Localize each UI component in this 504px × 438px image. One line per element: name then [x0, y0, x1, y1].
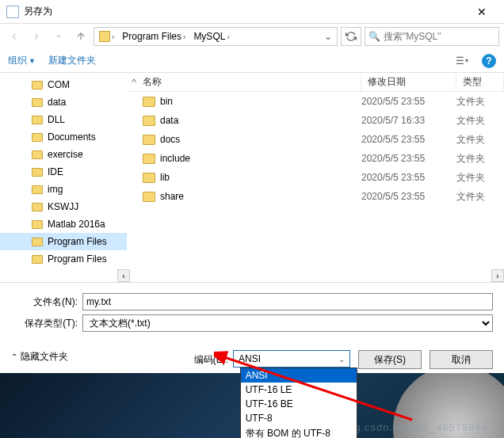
window-title: 另存为 [24, 5, 466, 18]
file-type: 文件夹 [456, 114, 504, 128]
view-options-button[interactable]: ☰▾ [455, 54, 469, 68]
file-name: data [160, 115, 178, 126]
file-type: 文件夹 [456, 152, 504, 166]
title-bar: 另存为 ✕ [0, 0, 504, 24]
sidebar-item[interactable]: data [0, 93, 127, 111]
up-button[interactable] [71, 27, 90, 46]
folder-icon [32, 168, 43, 177]
folder-icon [32, 133, 43, 142]
form-area: 文件名(N): 保存类型(T): 文本文档(*.txt) [0, 282, 504, 342]
folder-icon [32, 238, 43, 246]
new-folder-button[interactable]: 新建文件夹 [48, 54, 96, 67]
sidebar-item-label: KSWJJ [48, 201, 78, 212]
folder-icon [32, 203, 43, 211]
file-row[interactable]: bin2020/5/5 23:55文件夹 [127, 92, 504, 111]
scroll-left-button[interactable]: ‹ [117, 269, 130, 282]
file-name: bin [160, 96, 173, 107]
file-date: 2020/5/5 23:55 [361, 172, 456, 183]
sidebar-item[interactable]: DLL [0, 111, 127, 128]
file-date: 2020/5/5 23:55 [361, 134, 456, 145]
path-root[interactable]: › [96, 28, 117, 45]
folder-icon [32, 255, 43, 264]
file-type: 文件夹 [456, 171, 504, 185]
folder-icon [32, 81, 43, 90]
sidebar-item[interactable]: KSWJJ [0, 198, 127, 215]
file-row[interactable]: include2020/5/5 23:55文件夹 [127, 149, 504, 168]
folder-icon [32, 116, 43, 124]
forward-button[interactable] [27, 27, 46, 46]
file-row[interactable]: data2020/5/7 16:33文件夹 [127, 111, 504, 130]
sidebar-item-label: IDE [48, 166, 63, 177]
close-button[interactable]: ✕ [466, 6, 498, 18]
cancel-button[interactable]: 取消 [430, 350, 493, 369]
scroll-right-button[interactable]: › [491, 269, 504, 282]
sidebar-item-label: Program Files [48, 236, 107, 247]
chevron-down-icon: ▼ [29, 57, 36, 65]
help-button[interactable]: ? [482, 54, 496, 68]
folder-icon [32, 98, 43, 107]
sidebar-item[interactable]: img [0, 181, 127, 198]
file-date: 2020/5/7 16:33 [361, 115, 456, 126]
path-segment[interactable]: Program Files› [119, 28, 189, 45]
sidebar-item-label: COM [48, 79, 70, 90]
folder-icon [143, 116, 155, 126]
sidebar-item[interactable]: Matlab 2016a [0, 215, 127, 233]
folder-icon [32, 185, 43, 194]
folder-icon [32, 150, 43, 159]
filename-label: 文件名(N): [11, 295, 82, 309]
disk-icon [99, 31, 110, 42]
hide-folders-toggle[interactable]: ⌃ 隐藏文件夹 [11, 350, 68, 364]
search-icon: 🔍 [368, 31, 380, 42]
folder-icon [32, 220, 43, 229]
path-dropdown[interactable]: ⌄ [321, 31, 335, 42]
file-name: share [160, 191, 184, 202]
sidebar-item[interactable]: Program Files [0, 233, 127, 250]
back-button[interactable] [5, 27, 24, 46]
body-area: COMdataDLLDocumentsexerciseIDEimgKSWJJMa… [0, 73, 504, 282]
sidebar-item[interactable]: COM [0, 76, 127, 93]
path-bar[interactable]: › Program Files› MySQL› ⌄ [94, 27, 338, 46]
sidebar-item-label: data [48, 97, 66, 108]
sidebar-item[interactable]: IDE [0, 163, 127, 181]
chevron-right-icon: › [183, 32, 185, 41]
toolbar: 组织▼ 新建文件夹 ☰▾ ? [0, 49, 504, 73]
path-label: Program Files [122, 31, 181, 42]
file-row[interactable]: lib2020/5/5 23:55文件夹 [127, 168, 504, 187]
sidebar-item[interactable]: exercise [0, 146, 127, 163]
file-type: 文件夹 [456, 190, 504, 204]
red-arrow-annotation [214, 348, 420, 428]
file-row[interactable]: docs2020/5/5 23:55文件夹 [127, 130, 504, 149]
recent-dropdown[interactable] [49, 27, 68, 46]
document-icon [6, 6, 19, 18]
column-type[interactable]: 类型 [456, 73, 504, 91]
column-name[interactable]: 名称 [127, 73, 361, 91]
column-date[interactable]: 修改日期 [361, 73, 456, 91]
search-input[interactable]: 🔍 搜索"MySQL" [365, 27, 499, 46]
sidebar-item-label: exercise [48, 149, 83, 160]
chevron-up-icon: ⌃ [11, 352, 17, 361]
path-segment[interactable]: MySQL› [190, 28, 232, 45]
column-header: 名称 修改日期 类型 [127, 73, 504, 92]
refresh-button[interactable] [341, 27, 361, 46]
organize-menu[interactable]: 组织▼ [8, 54, 36, 67]
file-type: 文件夹 [456, 95, 504, 109]
folder-icon [143, 192, 155, 202]
folder-icon [143, 154, 155, 164]
svg-line-0 [222, 356, 412, 420]
sidebar-item[interactable]: Documents [0, 128, 127, 146]
nav-row: › Program Files› MySQL› ⌄ 🔍 搜索"MySQL" [0, 24, 504, 49]
filetype-select[interactable]: 文本文档(*.txt) [82, 314, 493, 332]
folder-icon [143, 97, 155, 107]
sidebar-item-label: Matlab 2016a [48, 219, 105, 230]
chevron-right-icon: › [112, 32, 114, 41]
filename-input[interactable] [82, 293, 493, 310]
file-name: docs [160, 134, 180, 145]
column-scroll-left[interactable]: ^ [127, 73, 141, 92]
file-type: 文件夹 [456, 133, 504, 147]
sidebar-item[interactable]: Program Files [0, 250, 127, 268]
sidebar: COMdataDLLDocumentsexerciseIDEimgKSWJJMa… [0, 73, 127, 282]
chevron-right-icon: › [227, 32, 229, 41]
file-row[interactable]: share2020/5/5 23:55文件夹 [127, 187, 504, 206]
file-name: include [160, 153, 190, 164]
folder-icon [143, 173, 155, 183]
